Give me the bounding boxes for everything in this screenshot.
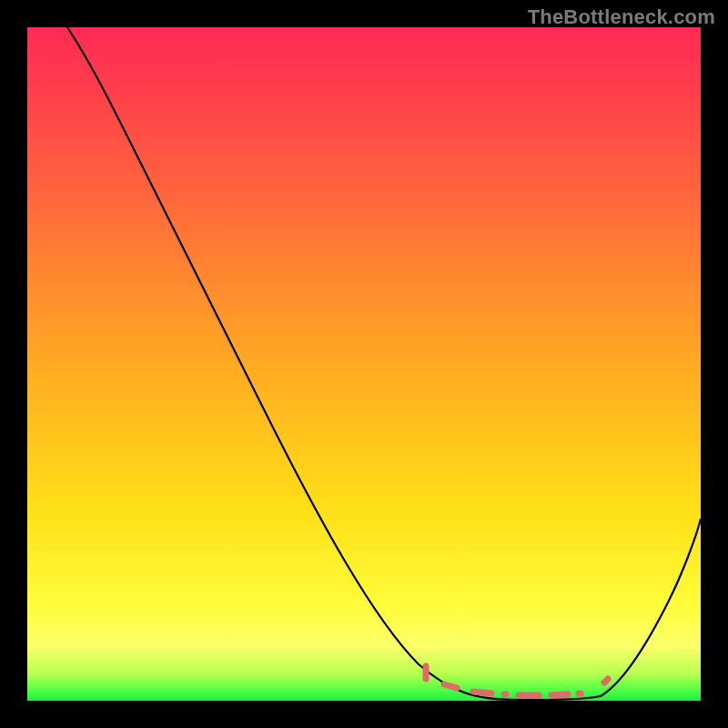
svg-line-5 xyxy=(551,694,568,695)
chart-plot-area xyxy=(27,27,701,701)
flat-region-markers xyxy=(426,666,608,695)
svg-line-1 xyxy=(444,684,457,688)
curve-layer xyxy=(27,27,701,701)
bottleneck-curve xyxy=(67,27,701,700)
svg-line-7 xyxy=(604,679,608,682)
svg-line-2 xyxy=(473,692,491,693)
watermark-text: TheBottleneck.com xyxy=(528,5,715,29)
